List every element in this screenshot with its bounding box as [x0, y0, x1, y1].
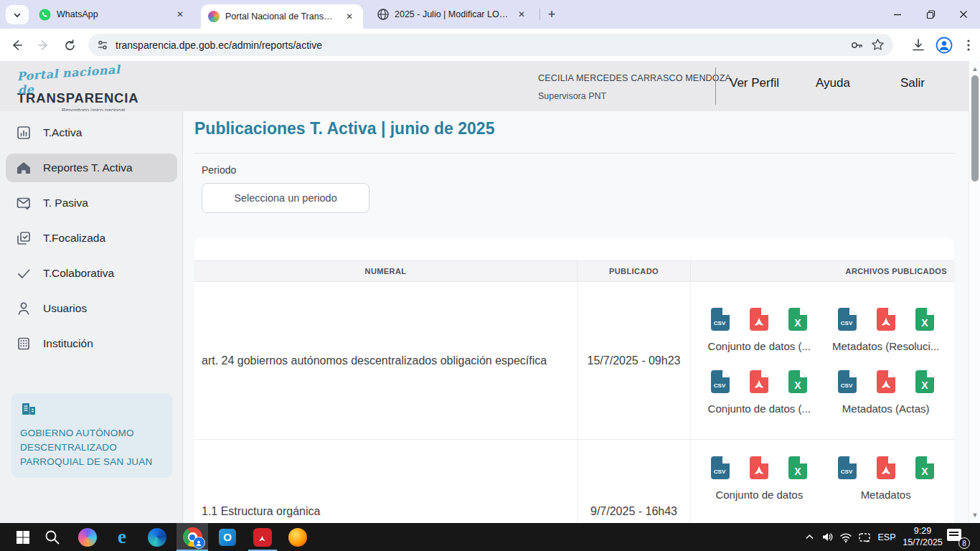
sidebar-item-t-activa[interactable]: T.Activa: [6, 118, 177, 147]
menu-ayuda[interactable]: Ayuda: [816, 76, 850, 90]
excel-file-icon[interactable]: X: [788, 369, 808, 394]
institution-name: GOBIERNO AUTÓNOMO DESCENTRALIZADO PARROQ…: [20, 426, 164, 469]
scrollbar-thumb[interactable]: [971, 75, 979, 182]
sidebar-item-institucion[interactable]: Institución: [6, 329, 177, 358]
numeral-cell: art. 24 gobiernos autónomos descentraliz…: [194, 282, 578, 439]
tab-lotaip[interactable]: 2025 - Julio | Modificar LOTAIP ✕: [370, 0, 535, 29]
file-icons: CSV X: [710, 456, 808, 480]
pdf-file-icon[interactable]: [749, 456, 769, 480]
forward-button[interactable]: [33, 34, 55, 56]
whatsapp-icon: [39, 9, 51, 21]
excel-file-icon[interactable]: X: [915, 456, 935, 480]
tray-expand-button[interactable]: [801, 523, 817, 551]
reload-button[interactable]: [59, 34, 80, 56]
excel-file-icon[interactable]: X: [915, 369, 935, 394]
pdf-file-icon[interactable]: [749, 307, 769, 331]
file-icons: CSV X: [710, 369, 808, 394]
tray-wifi-button[interactable]: [837, 523, 854, 551]
main-content: Publicaciones T. Activa | junio de 2025 …: [183, 111, 969, 523]
csv-file-icon[interactable]: CSV: [710, 369, 730, 394]
institution-card[interactable]: GOBIERNO AUTÓNOMO DESCENTRALIZADO PARROQ…: [11, 393, 172, 478]
window-minimize-button[interactable]: [881, 0, 914, 29]
excel-file-icon[interactable]: X: [788, 456, 808, 480]
site-settings-icon[interactable]: [97, 39, 108, 51]
tray-display-button[interactable]: [856, 523, 873, 551]
csv-file-icon[interactable]: CSV: [837, 307, 857, 331]
taskbar-outlook-button[interactable]: O: [212, 523, 243, 551]
url-bar[interactable]: transparencia.dpe.gob.ec/admin/reports/a…: [88, 34, 893, 56]
taskbar-firefox-button[interactable]: [282, 523, 314, 551]
download-icon[interactable]: [911, 38, 925, 52]
taskbar-edge-button[interactable]: [141, 523, 173, 551]
action-center-button[interactable]: 8: [947, 527, 969, 547]
csv-file-icon[interactable]: CSV: [710, 456, 730, 480]
file-group-label[interactable]: Conjunto de datos (...: [708, 340, 811, 352]
csv-file-icon[interactable]: CSV: [710, 307, 730, 331]
csv-file-icon[interactable]: CSV: [837, 369, 857, 394]
menu-ver-perfil[interactable]: Ver Perfil: [730, 76, 779, 90]
pdf-file-icon[interactable]: [749, 369, 769, 394]
file-group-label[interactable]: Metadatos (Resoluci...: [832, 340, 939, 352]
sidebar-item-t-focalizada[interactable]: T.Focalizada: [6, 224, 177, 253]
chevron-up-icon: [805, 532, 814, 542]
globe-icon: [377, 9, 389, 20]
pdf-file-icon[interactable]: [876, 456, 896, 480]
start-button[interactable]: [7, 523, 39, 551]
taskbar-acrobat-button[interactable]: [247, 523, 278, 551]
file-group-label[interactable]: Conjunto de datos (...: [708, 402, 811, 415]
taskbar-copilot-button[interactable]: [72, 523, 103, 551]
notification-count-badge: 8: [958, 537, 970, 549]
taskbar-ie-button[interactable]: e: [106, 523, 138, 551]
password-key-icon[interactable]: [849, 38, 864, 52]
table-row: 1.1 Estructura orgánica 9/7/2025 - 16h43…: [194, 440, 954, 523]
new-tab-button[interactable]: +: [544, 7, 560, 22]
svg-text:CSV: CSV: [840, 320, 852, 326]
scroll-down-icon[interactable]: ▼: [969, 510, 980, 520]
file-group: CSV X Metadatos (Resoluci...: [825, 307, 947, 352]
tray-volume-button[interactable]: [819, 523, 836, 551]
menu-salir[interactable]: Salir: [900, 76, 925, 90]
tab-close-icon[interactable]: ✕: [515, 8, 528, 21]
file-group-label[interactable]: Metadatos (Actas): [842, 402, 930, 415]
scroll-up-icon[interactable]: ▲: [969, 64, 980, 74]
menu-kebab-icon[interactable]: [963, 39, 974, 52]
wifi-icon: [839, 532, 852, 543]
tray-language[interactable]: ESP: [875, 523, 898, 551]
window-close-button[interactable]: [947, 0, 980, 29]
tray-date: 15/7/2025: [901, 537, 944, 548]
tab-search-button[interactable]: [6, 5, 29, 24]
windows-logo-icon: [15, 529, 31, 545]
excel-file-icon[interactable]: X: [915, 307, 935, 331]
tab-close-icon[interactable]: ✕: [343, 10, 356, 23]
profile-avatar-icon[interactable]: [936, 37, 953, 54]
table-toolbar: [194, 238, 954, 260]
taskbar-search-button[interactable]: [37, 523, 68, 551]
sidebar-item-t-colaborativa[interactable]: T.Colaborativa: [6, 259, 177, 288]
svg-text:CSV: CSV: [714, 382, 726, 389]
bookmark-star-icon[interactable]: [871, 38, 885, 52]
back-button[interactable]: [6, 34, 27, 56]
tray-clock[interactable]: 9:29 15/7/2025: [901, 525, 944, 548]
sidebar-item-t-pasiva[interactable]: T. Pasiva: [6, 189, 177, 217]
sidebar-item-reportes-t-activa[interactable]: Reportes T. Activa: [6, 154, 177, 182]
monitor-icon: [858, 532, 871, 543]
url-text[interactable]: transparencia.dpe.gob.ec/admin/reports/a…: [116, 39, 842, 51]
sidebar-item-usuarios[interactable]: Usuarios: [6, 294, 177, 323]
period-select-value: Selecciona un periodo: [234, 192, 337, 204]
file-group-label[interactable]: Metadatos: [861, 489, 911, 501]
taskbar-chrome-button[interactable]: [176, 523, 208, 551]
web-page: Portal nacional de TRANSPARENCIA Reposit…: [0, 61, 980, 523]
file-group-label[interactable]: Conjunto de datos: [715, 489, 803, 501]
pdf-file-icon[interactable]: [876, 307, 896, 331]
window-restore-button[interactable]: [914, 0, 947, 29]
tab-close-icon[interactable]: ✕: [174, 8, 187, 21]
tab-portal-active[interactable]: Portal Nacional de Transparenci ✕: [201, 4, 363, 29]
page-scrollbar[interactable]: ▲ ▼: [969, 61, 980, 523]
period-select[interactable]: Selecciona un periodo: [202, 183, 369, 213]
search-icon: [44, 529, 61, 546]
pdf-file-icon[interactable]: [876, 369, 896, 394]
tab-whatsapp[interactable]: WhatsApp ✕: [32, 0, 194, 29]
period-label: Periodo: [202, 164, 236, 176]
excel-file-icon[interactable]: X: [788, 307, 808, 331]
csv-file-icon[interactable]: CSV: [837, 456, 857, 480]
